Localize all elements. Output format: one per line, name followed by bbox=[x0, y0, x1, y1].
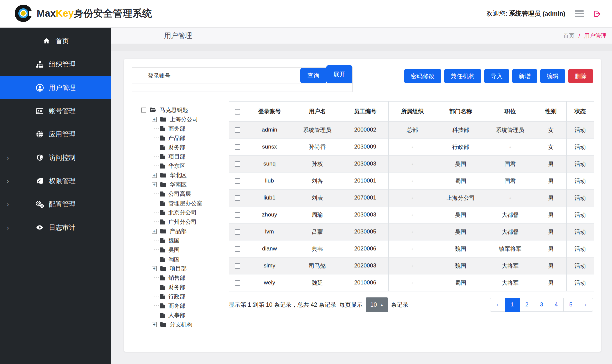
tree-node-label[interactable]: 魏国 bbox=[168, 237, 180, 244]
tree-node-label[interactable]: 项目部 bbox=[170, 265, 187, 272]
page-button[interactable]: 3 bbox=[534, 298, 549, 312]
sidebar-item-config-management[interactable]: › 配置管理 bbox=[0, 192, 111, 216]
tree-node[interactable]: 产品部 bbox=[152, 226, 224, 236]
row-checkbox[interactable] bbox=[235, 263, 240, 269]
sidebar-item-account-management[interactable]: 账号管理 bbox=[0, 99, 111, 123]
tree-node[interactable]: 华东区 bbox=[152, 161, 224, 171]
tree-node-label[interactable]: 项目部 bbox=[168, 153, 185, 161]
sidebar-item-access-control[interactable]: › 访问控制 bbox=[0, 146, 111, 169]
brand[interactable]: MaxKey身份安全管理系统 bbox=[15, 4, 152, 23]
sidebar-item-permission-management[interactable]: › 权限管理 bbox=[0, 169, 111, 192]
row-checkbox[interactable] bbox=[235, 212, 240, 218]
breadcrumb-home-link[interactable]: 首页 bbox=[563, 33, 575, 39]
table-row[interactable]: weiy 魏延 2010006 - 蜀国 大将军 男 活动 bbox=[229, 274, 594, 291]
table-row[interactable]: liub1 刘表 2070001 - 上海分公司 - 男 活动 bbox=[229, 189, 594, 206]
expand-button[interactable]: 展开 bbox=[326, 65, 352, 83]
tree-node[interactable]: 财务部 bbox=[152, 143, 224, 152]
tree-node-label[interactable]: 广州分公司 bbox=[168, 218, 197, 226]
table-row[interactable]: sunq 孙权 2030003 - 吴国 国君 男 活动 bbox=[229, 156, 594, 173]
action-button[interactable]: 编辑 bbox=[540, 69, 565, 83]
tree-node[interactable]: 商务部 bbox=[152, 301, 224, 310]
page-button[interactable]: 1 bbox=[505, 298, 520, 312]
tree-expander-icon[interactable] bbox=[152, 322, 157, 327]
query-button[interactable]: 查询 bbox=[300, 68, 326, 83]
table-row[interactable]: lvm 吕蒙 2030005 - 吴国 大都督 男 活动 bbox=[229, 223, 594, 240]
tree-node[interactable]: 华北区 bbox=[152, 171, 224, 180]
tree-node-label[interactable]: 公司高层 bbox=[168, 190, 191, 198]
sidebar-item-home[interactable]: 首页 bbox=[0, 29, 111, 53]
row-checkbox[interactable] bbox=[235, 178, 240, 184]
tree-node-label[interactable]: 华东区 bbox=[168, 162, 185, 170]
tree-node-label[interactable]: 华北区 bbox=[170, 172, 187, 179]
tree-node[interactable]: 管理层办公室 bbox=[152, 198, 224, 208]
tree-node[interactable]: 商务部 bbox=[152, 124, 224, 133]
row-checkbox[interactable] bbox=[235, 246, 240, 252]
page-button[interactable]: 2 bbox=[519, 298, 534, 312]
tree-expander-icon[interactable] bbox=[141, 108, 146, 113]
tree-node[interactable]: 马克思钥匙 bbox=[141, 105, 224, 115]
tree-node[interactable]: 北京分公司 bbox=[152, 208, 224, 217]
action-button[interactable]: 密码修改 bbox=[404, 69, 441, 83]
tree-node-label[interactable]: 产品部 bbox=[170, 227, 187, 235]
page-button[interactable]: › bbox=[578, 298, 593, 312]
tree-node[interactable]: 销售部 bbox=[152, 273, 224, 282]
action-button[interactable]: 导入 bbox=[484, 69, 509, 83]
tree-node-label[interactable]: 上海分公司 bbox=[170, 116, 198, 123]
tree-node-label[interactable]: 财务部 bbox=[168, 144, 185, 151]
row-checkbox[interactable] bbox=[235, 229, 240, 235]
tree-node-label[interactable]: 华南区 bbox=[170, 181, 187, 188]
tree-node[interactable]: 项目部 bbox=[152, 264, 224, 273]
action-button[interactable]: 新增 bbox=[512, 69, 537, 83]
tree-node-label[interactable]: 销售部 bbox=[168, 274, 185, 282]
tree-node-label[interactable]: 吴国 bbox=[168, 246, 180, 254]
tree-node[interactable]: 上海分公司 bbox=[152, 115, 224, 124]
table-row[interactable]: sunsx 孙尚香 2030009 - 行政部 - 女 活动 bbox=[229, 139, 594, 156]
row-checkbox[interactable] bbox=[235, 195, 240, 201]
table-row[interactable]: dianw 典韦 2020006 - 魏国 镇军将军 男 活动 bbox=[229, 240, 594, 257]
page-button[interactable]: ‹ bbox=[490, 298, 505, 312]
tree-expander-icon[interactable] bbox=[152, 229, 157, 234]
row-checkbox[interactable] bbox=[235, 280, 240, 286]
sidebar-item-audit-log[interactable]: › 日志审计 bbox=[0, 216, 111, 239]
tree-node-label[interactable]: 蜀国 bbox=[168, 255, 180, 263]
tree-node-label[interactable]: 商务部 bbox=[168, 125, 185, 133]
logout-icon[interactable] bbox=[593, 10, 602, 18]
tree-node[interactable]: 广州分公司 bbox=[152, 217, 224, 226]
tree-node[interactable]: 魏国 bbox=[152, 236, 224, 245]
tree-node[interactable]: 产品部 bbox=[152, 133, 224, 143]
action-button[interactable]: 兼任机构 bbox=[444, 69, 481, 83]
tree-node[interactable]: 人事部 bbox=[152, 310, 224, 320]
tree-node[interactable]: 吴国 bbox=[152, 245, 224, 254]
action-button[interactable]: 删除 bbox=[568, 69, 593, 83]
row-checkbox[interactable] bbox=[235, 161, 240, 167]
tree-node[interactable]: 财务部 bbox=[152, 282, 224, 292]
tree-expander-icon[interactable] bbox=[152, 266, 157, 271]
page-size-dropdown[interactable]: 10 ▲ bbox=[366, 297, 388, 312]
tree-node-label[interactable]: 行政部 bbox=[168, 293, 185, 300]
tree-node-label[interactable]: 商务部 bbox=[168, 302, 185, 310]
tree-node[interactable]: 项目部 bbox=[152, 152, 224, 161]
menu-toggle-icon[interactable] bbox=[574, 8, 584, 19]
row-checkbox[interactable] bbox=[235, 127, 240, 133]
row-checkbox[interactable] bbox=[235, 144, 240, 150]
tree-node-label[interactable]: 分支机构 bbox=[170, 321, 192, 328]
table-row[interactable]: zhouy 周瑜 2030003 - 吴国 大都督 男 活动 bbox=[229, 206, 594, 223]
table-row[interactable]: simy 司马懿 2020003 - 魏国 大将军 男 活动 bbox=[229, 257, 594, 274]
tree-node-label[interactable]: 人事部 bbox=[168, 311, 185, 319]
tree-expander-icon[interactable] bbox=[152, 182, 157, 187]
page-button[interactable]: 5 bbox=[563, 298, 578, 312]
table-row[interactable]: admin 系统管理员 2000002 总部 科技部 系统管理员 女 活动 bbox=[229, 122, 594, 139]
tree-node[interactable]: 行政部 bbox=[152, 292, 224, 301]
sidebar-item-user-management[interactable]: 用户管理 bbox=[0, 76, 111, 99]
tree-expander-icon[interactable] bbox=[152, 173, 157, 178]
tree-node[interactable]: 公司高层 bbox=[152, 189, 224, 198]
table-row[interactable]: liub 刘备 2010001 - 蜀国 国君 男 活动 bbox=[229, 173, 594, 189]
tree-node[interactable]: 蜀国 bbox=[152, 254, 224, 264]
tree-node[interactable]: 分支机构 bbox=[152, 320, 224, 329]
sidebar-item-app-management[interactable]: 应用管理 bbox=[0, 123, 111, 146]
select-all-checkbox[interactable] bbox=[235, 109, 240, 115]
tree-node[interactable]: 华南区 bbox=[152, 180, 224, 189]
tree-node-label[interactable]: 管理层办公室 bbox=[168, 199, 202, 207]
tree-node-label[interactable]: 产品部 bbox=[168, 134, 185, 142]
tree-node-label[interactable]: 财务部 bbox=[168, 283, 185, 291]
